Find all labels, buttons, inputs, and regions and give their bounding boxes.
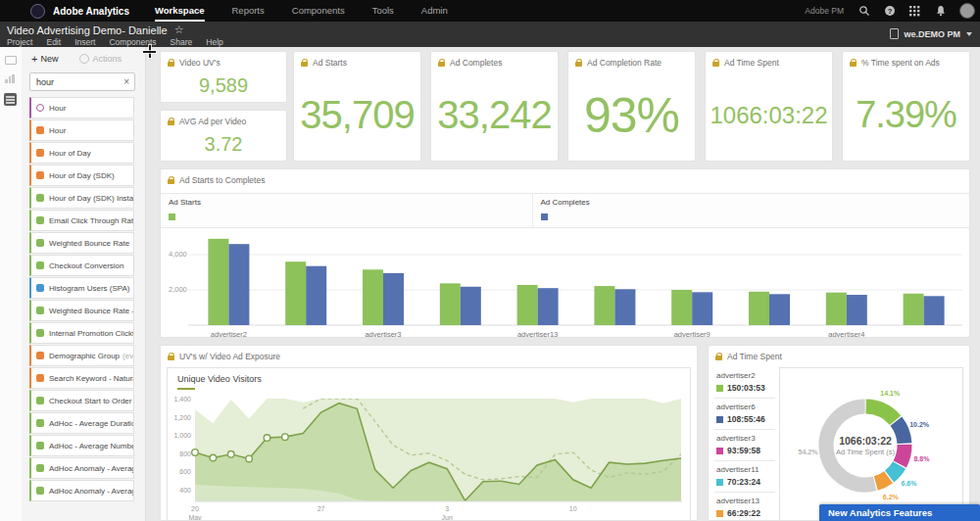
y-tick-label: 400 xyxy=(179,487,191,494)
component-item[interactable]: Hour of Day (SDK) xyxy=(29,165,134,186)
data-point-marker[interactable] xyxy=(227,451,234,458)
apps-grid-icon[interactable] xyxy=(908,5,921,18)
legend-ad-starts[interactable]: Ad Starts xyxy=(161,194,533,227)
bar-ad-completes[interactable] xyxy=(847,295,867,325)
bar-ad-starts[interactable] xyxy=(826,293,847,325)
bar-ad-completes[interactable] xyxy=(538,288,559,325)
metric-icon xyxy=(36,397,44,404)
user-avatar[interactable] xyxy=(959,3,975,19)
kpi-card-ad-time-spent[interactable]: Ad Time Spent 1066:03:22 xyxy=(705,51,833,162)
tab-reports[interactable]: Reports xyxy=(232,0,265,22)
kpi-value: 33,242 xyxy=(437,93,551,137)
component-item[interactable]: AdHoc - Average Number of M... xyxy=(29,435,134,456)
component-label: Histogram Users (SPA) xyxy=(49,284,130,293)
area-chart-box: Unique Video Visitors 1,4001,2001,000800… xyxy=(167,367,691,521)
new-component-button[interactable]: +New xyxy=(31,53,58,65)
data-point-marker[interactable] xyxy=(264,435,270,442)
bar-ad-starts[interactable] xyxy=(671,290,692,325)
notifications-bell-icon[interactable] xyxy=(934,5,947,18)
menu-insert[interactable]: Insert xyxy=(74,37,95,47)
tab-workspace[interactable]: Workspace xyxy=(155,0,205,22)
kpi-card-pct-time-on-ads[interactable]: % Time spent on Ads 7.39% xyxy=(842,51,970,162)
component-item[interactable]: Hour xyxy=(29,97,134,118)
bar-ad-completes[interactable] xyxy=(692,292,712,325)
menu-project[interactable]: Project xyxy=(7,37,32,47)
help-icon[interactable]: ? xyxy=(883,5,896,18)
component-item[interactable]: AdHoc Anomaly - Average Nu... xyxy=(29,480,134,501)
donut-legend-row[interactable]: advertiser1366:29:22 xyxy=(714,493,775,521)
kpi-card-video-uvs[interactable]: Video UV's 9,589 xyxy=(160,51,287,103)
search-icon[interactable] xyxy=(858,5,870,18)
tab-admin[interactable]: Admin xyxy=(421,0,448,22)
components-panel-icon[interactable] xyxy=(4,93,17,106)
component-item[interactable]: Histogram Users (SPA) xyxy=(29,277,134,299)
donut-legend-row[interactable]: advertiser2150:03:53 xyxy=(714,367,775,399)
component-item[interactable]: Email Click Through Rate xyxy=(29,210,134,231)
report-suite-selector[interactable]: we.DEMO PM xyxy=(890,28,972,39)
new-analytics-features-banner[interactable]: New Analytics Features xyxy=(819,504,980,521)
menu-edit[interactable]: Edit xyxy=(46,37,61,47)
donut-legend-row[interactable]: advertiser1170:23:24 xyxy=(714,461,775,493)
clear-search-icon[interactable]: × xyxy=(123,76,129,87)
component-item[interactable]: Checkout Start to Order Conve... xyxy=(29,390,134,411)
donut-legend-row[interactable]: advertiser6108:55:46 xyxy=(714,399,775,430)
donut-slice-Other[interactable] xyxy=(826,406,875,485)
bar-ad-starts[interactable] xyxy=(285,261,306,325)
lock-icon xyxy=(168,120,174,125)
panels-icon[interactable] xyxy=(5,56,17,65)
component-item[interactable]: Hour of Day (SDK) Instances xyxy=(29,187,134,209)
component-label: Hour of Day xyxy=(49,149,91,158)
bar-ad-starts[interactable] xyxy=(904,294,924,325)
donut-slice-advertiser6[interactable] xyxy=(896,421,905,443)
component-item[interactable]: Demographic Group(evar1) xyxy=(29,345,134,366)
component-item[interactable]: AdHoc Anomaly - Average Dur... xyxy=(29,457,134,479)
donut-slice-advertiser2[interactable] xyxy=(866,406,896,420)
area-chart-legend[interactable]: Unique Video Visitors xyxy=(177,374,262,390)
component-item[interactable]: Checkout Conversion xyxy=(29,255,134,276)
component-item[interactable]: Search Keyword - Natural xyxy=(29,367,134,389)
data-point-marker[interactable] xyxy=(282,434,289,441)
bar-ad-starts[interactable] xyxy=(208,239,228,325)
component-item[interactable]: Weighted Bounce Rate - Nab xyxy=(29,300,134,321)
donut-slice-advertiser13[interactable] xyxy=(876,477,889,483)
bar-ad-completes[interactable] xyxy=(614,289,635,325)
bar-ad-completes[interactable] xyxy=(228,244,249,325)
bar-ad-starts[interactable] xyxy=(594,286,614,325)
bar-ad-starts[interactable] xyxy=(517,285,538,325)
metric-icon xyxy=(36,261,44,269)
bar-ad-completes[interactable] xyxy=(306,266,326,325)
donut-legend-row[interactable]: advertiser393:59:58 xyxy=(714,430,775,461)
component-item[interactable]: AdHoc - Average Duration (Da... xyxy=(29,412,134,434)
kpi-card-ad-completes[interactable]: Ad Completes 33,242 xyxy=(430,51,559,162)
data-point-marker[interactable] xyxy=(192,450,199,456)
bar-ad-starts[interactable] xyxy=(749,292,769,325)
bar-ad-completes[interactable] xyxy=(383,273,404,325)
bar-ad-completes[interactable] xyxy=(924,296,945,325)
component-item[interactable]: Internal Promotion Clickthrou... xyxy=(29,322,134,344)
data-point-marker[interactable] xyxy=(246,455,253,462)
search-input[interactable] xyxy=(30,77,123,87)
menu-help[interactable]: Help xyxy=(206,37,222,47)
data-point-marker[interactable] xyxy=(210,454,217,461)
bar-ad-starts[interactable] xyxy=(440,283,461,325)
kpi-card-avg-ad-per-video[interactable]: AVG Ad per Video 3.72 xyxy=(160,110,287,162)
bar-ad-starts[interactable] xyxy=(363,269,383,325)
bar-ad-completes[interactable] xyxy=(461,287,481,325)
component-item[interactable]: Hour of Day xyxy=(29,142,134,164)
menu-components[interactable]: Components xyxy=(109,37,156,47)
visualizations-icon[interactable] xyxy=(5,74,16,83)
tab-components[interactable]: Components xyxy=(292,0,345,22)
kpi-card-ad-starts[interactable]: Ad Starts 35,709 xyxy=(293,51,421,162)
component-item[interactable]: Weighted Bounce Rate xyxy=(29,232,134,254)
bar-ad-completes[interactable] xyxy=(769,294,790,325)
actions-button[interactable]: Actions xyxy=(79,54,122,64)
component-item[interactable]: Hour xyxy=(29,119,134,141)
tab-tools[interactable]: Tools xyxy=(372,0,394,22)
legend-ad-completes[interactable]: Ad Completes xyxy=(533,194,906,227)
adobe-experience-cloud-logo[interactable] xyxy=(30,4,45,19)
favorite-star-icon[interactable]: ☆ xyxy=(174,24,184,36)
donut-slice-advertiser3[interactable] xyxy=(900,445,905,464)
donut-slice-advertiser11[interactable] xyxy=(890,465,900,476)
menu-share[interactable]: Share xyxy=(171,37,193,47)
kpi-card-ad-completion-rate[interactable]: Ad Completion Rate 93% xyxy=(567,51,696,162)
